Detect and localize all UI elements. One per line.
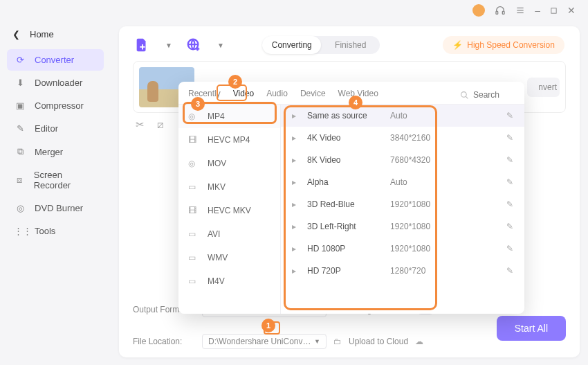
fmt-m4v[interactable]: ▭M4V <box>178 269 280 293</box>
svg-rect-1 <box>503 11 505 14</box>
video-icon: ▭ <box>188 276 201 286</box>
recorder-icon: ⧇ <box>14 175 26 186</box>
preset-3d-lr[interactable]: ▸3D Left-Right1920*1080✎ <box>281 215 524 238</box>
svg-rect-5 <box>551 8 556 12</box>
annotation-badge-4: 4 <box>349 96 362 109</box>
preset-720p[interactable]: ▸HD 720P1280*720✎ <box>281 260 524 282</box>
sidebar-item-downloader[interactable]: ⬇Downloader <box>7 72 104 94</box>
compressor-icon: ▣ <box>14 100 26 111</box>
quicktime-icon: ◎ <box>188 159 201 168</box>
preset-same-as-source[interactable]: ▸Same as sourceAuto✎ <box>281 105 524 127</box>
video-icon: ▭ <box>188 182 201 192</box>
preset-3d-rb[interactable]: ▸3D Red-Blue1920*1080✎ <box>281 193 524 215</box>
popup-search[interactable] <box>460 90 515 100</box>
editor-icon: ✎ <box>14 123 26 134</box>
trim-icon[interactable]: ✂ <box>136 118 145 131</box>
fmt-wmv[interactable]: ▭WMV <box>178 246 280 269</box>
edit-icon[interactable]: ✎ <box>506 133 513 143</box>
edit-icon[interactable]: ✎ <box>506 155 513 165</box>
tab-converting[interactable]: Converting <box>262 36 321 54</box>
film-icon: 🎞 <box>188 206 201 215</box>
dvd-icon: ◎ <box>14 203 26 213</box>
edit-icon[interactable]: ✎ <box>506 266 513 276</box>
search-icon <box>460 91 469 100</box>
edit-icon[interactable]: ✎ <box>506 244 513 253</box>
preset-1080p[interactable]: ▸HD 1080P1920*1080✎ <box>281 238 524 260</box>
upload-label: Upload to Cloud <box>349 337 408 346</box>
sidebar-item-label: Merger <box>35 147 63 157</box>
converter-icon: ⟳ <box>14 55 26 65</box>
fmt-mov[interactable]: ◎MOV <box>178 152 280 175</box>
file-location-select[interactable]: D:\Wondershare UniConverter 1 ▼ <box>202 334 327 349</box>
preset-list: ▸Same as sourceAuto✎ ▸4K Video3840*2160✎… <box>281 105 524 314</box>
convert-button[interactable]: nvert <box>527 78 560 97</box>
menu-icon[interactable] <box>515 6 525 15</box>
sidebar-item-screen-recorder[interactable]: ⧇Screen Recorder <box>7 164 104 196</box>
fmt-avi[interactable]: ▭AVI <box>178 222 280 246</box>
close-icon[interactable]: ✕ <box>567 5 576 16</box>
sidebar-item-label: Compressor <box>35 100 84 111</box>
cloud-icon[interactable]: ☁ <box>415 337 423 346</box>
downloader-icon: ⬇ <box>14 78 26 88</box>
chevron-down-icon[interactable]: ▼ <box>217 42 224 49</box>
preset-4k[interactable]: ▸4K Video3840*2160✎ <box>281 127 524 149</box>
sidebar-item-converter[interactable]: ⟳Converter <box>7 49 104 71</box>
back-icon: ❮ <box>12 29 20 39</box>
minimize-icon[interactable]: – <box>535 5 540 16</box>
edit-icon[interactable]: ✎ <box>506 111 513 121</box>
play-box-icon: ▸ <box>292 266 307 276</box>
play-box-icon: ▸ <box>292 111 307 121</box>
tab-finished[interactable]: Finished <box>321 36 380 54</box>
crop-icon[interactable]: ⧄ <box>157 118 164 131</box>
merger-icon: ⧉ <box>14 146 26 157</box>
play-box-icon: ▸ <box>292 155 307 165</box>
video-icon: ▭ <box>188 229 201 239</box>
annotation-badge-3: 3 <box>191 97 205 111</box>
add-file-button[interactable] <box>134 37 149 53</box>
sidebar-item-label: DVD Burner <box>35 203 83 213</box>
high-speed-badge[interactable]: ⚡ High Speed Conversion <box>443 36 564 54</box>
svg-rect-0 <box>496 11 498 14</box>
sidebar-item-merger[interactable]: ⧉Merger <box>7 141 104 163</box>
maximize-icon[interactable] <box>550 7 558 15</box>
preset-alpha[interactable]: ▸AlphaAuto✎ <box>281 171 524 193</box>
preset-8k[interactable]: ▸8K Video7680*4320✎ <box>281 149 524 171</box>
chevron-down-icon: ▼ <box>314 338 320 345</box>
tab-audio[interactable]: Audio <box>266 89 288 101</box>
annotation-badge-1: 1 <box>261 319 275 332</box>
tab-video[interactable]: Video <box>233 89 254 101</box>
add-url-button[interactable] <box>186 37 201 53</box>
home-label: Home <box>30 29 54 39</box>
search-input[interactable] <box>473 90 515 100</box>
file-location-label: File Location: <box>133 337 195 346</box>
sidebar: ❮ Home ⟳Converter ⬇Downloader ▣Compresso… <box>0 21 111 360</box>
svg-line-12 <box>466 96 468 98</box>
headset-icon[interactable] <box>495 5 506 16</box>
film-icon: 🎞 <box>188 135 201 145</box>
home-link[interactable]: ❮ Home <box>7 26 104 42</box>
chevron-down-icon[interactable]: ▼ <box>165 42 172 49</box>
window-titlebar: – ✕ <box>0 0 588 21</box>
avatar[interactable] <box>472 4 485 17</box>
sidebar-item-editor[interactable]: ✎Editor <box>7 118 104 139</box>
format-popup: Recently Video Audio Device Web Video ◎M… <box>178 82 524 314</box>
sidebar-item-label: Tools <box>35 226 55 236</box>
video-icon: ▭ <box>188 253 201 262</box>
start-all-button[interactable]: Start All <box>497 316 566 341</box>
sidebar-item-tools[interactable]: ⋮⋮Tools <box>7 220 104 242</box>
edit-icon[interactable]: ✎ <box>506 222 513 231</box>
play-box-icon: ▸ <box>292 133 307 143</box>
tools-icon: ⋮⋮ <box>14 226 26 236</box>
play-box-icon: ▸ <box>292 222 307 231</box>
fmt-hevc-mp4[interactable]: 🎞HEVC MP4 <box>178 128 280 152</box>
edit-icon[interactable]: ✎ <box>506 177 513 187</box>
fmt-hevc-mkv[interactable]: 🎞HEVC MKV <box>178 199 280 222</box>
sidebar-item-label: Converter <box>35 55 74 65</box>
tab-device[interactable]: Device <box>300 89 326 101</box>
open-folder-icon[interactable]: 🗀 <box>333 337 342 346</box>
sidebar-item-dvd-burner[interactable]: ◎DVD Burner <box>7 197 104 219</box>
play-box-icon: ▸ <box>292 244 307 253</box>
sidebar-item-compressor[interactable]: ▣Compressor <box>7 95 104 116</box>
edit-icon[interactable]: ✎ <box>506 199 513 209</box>
fmt-mkv[interactable]: ▭MKV <box>178 175 280 199</box>
